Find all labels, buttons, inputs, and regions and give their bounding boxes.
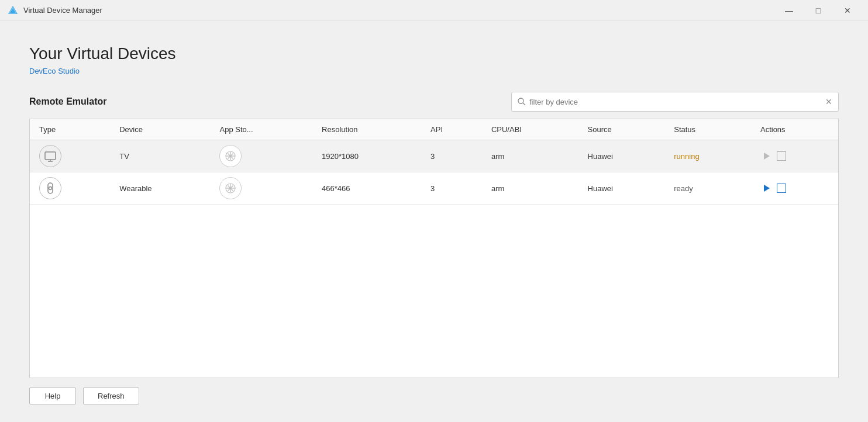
cell-type-icon <box>30 140 110 172</box>
cell-cpu-abi: arm <box>482 172 578 205</box>
titlebar-controls: — □ ✕ <box>776 1 861 20</box>
cell-type-icon <box>30 172 110 205</box>
col-api: API <box>421 119 482 140</box>
col-device: Device <box>110 119 210 140</box>
search-input[interactable] <box>529 98 825 106</box>
help-button[interactable]: Help <box>29 388 76 404</box>
col-status: Status <box>664 119 751 140</box>
appstore-icon <box>219 145 242 167</box>
titlebar-title: Virtual Device Manager <box>23 6 776 15</box>
wearable-type-icon <box>39 177 61 199</box>
table-row: TV 1920*1080 3 arm Huawei running <box>30 140 838 172</box>
svg-line-3 <box>523 103 525 105</box>
action-buttons <box>760 150 829 162</box>
cell-appstore <box>210 140 312 172</box>
action-buttons <box>760 182 829 194</box>
cell-device-name: TV <box>110 140 210 172</box>
play-button[interactable] <box>760 182 772 194</box>
cell-status: ready <box>664 172 751 205</box>
cell-resolution: 1920*1080 <box>312 140 421 172</box>
subtitle-link[interactable]: DevEco Studio <box>29 67 839 75</box>
cell-actions[interactable] <box>751 172 838 205</box>
stop-button[interactable] <box>777 184 786 193</box>
section-title: Remote Emulator <box>29 96 106 107</box>
stop-button[interactable] <box>777 151 786 161</box>
search-icon <box>518 98 526 106</box>
maximize-button[interactable]: □ <box>805 1 832 20</box>
status-badge: running <box>674 152 699 161</box>
search-clear-icon[interactable]: ✕ <box>825 97 832 106</box>
svg-marker-20 <box>764 185 770 192</box>
cell-appstore <box>210 172 312 205</box>
appstore-icon <box>219 177 242 199</box>
refresh-button[interactable]: Refresh <box>83 388 139 404</box>
cell-source: Huawei <box>578 172 665 205</box>
col-type: Type <box>30 119 110 140</box>
cell-source: Huawei <box>578 140 665 172</box>
tv-type-icon <box>39 145 61 167</box>
device-table: Type Device App Sto... Resolution API CP… <box>29 119 839 378</box>
cell-api: 3 <box>421 172 482 205</box>
play-button[interactable] <box>760 150 772 162</box>
app-logo <box>7 5 19 16</box>
titlebar: Virtual Device Manager — □ ✕ <box>0 0 868 21</box>
cell-status: running <box>664 140 751 172</box>
col-source: Source <box>578 119 665 140</box>
col-cpu: CPU/ABI <box>482 119 578 140</box>
close-button[interactable]: ✕ <box>834 1 861 20</box>
cell-actions[interactable] <box>751 140 838 172</box>
svg-point-14 <box>49 187 52 190</box>
svg-rect-4 <box>45 152 56 160</box>
svg-marker-12 <box>764 153 770 160</box>
col-appstore: App Sto... <box>210 119 312 140</box>
cell-cpu-abi: arm <box>482 140 578 172</box>
cell-device-name: Wearable <box>110 172 210 205</box>
footer: Help Refresh <box>29 378 839 404</box>
table-header-row: Type Device App Sto... Resolution API CP… <box>30 119 838 140</box>
col-resolution: Resolution <box>312 119 421 140</box>
minimize-button[interactable]: — <box>776 1 802 20</box>
status-badge: ready <box>674 184 693 193</box>
svg-point-2 <box>518 98 523 103</box>
search-box[interactable]: ✕ <box>511 92 839 112</box>
main-content: Your Virtual Devices DevEco Studio Remot… <box>0 21 868 422</box>
section-header: Remote Emulator ✕ <box>29 92 839 112</box>
cell-resolution: 466*466 <box>312 172 421 205</box>
table-row: Wearable 466*466 3 arm Huawei ready <box>30 172 838 205</box>
col-actions: Actions <box>751 119 838 140</box>
cell-api: 3 <box>421 140 482 172</box>
page-title: Your Virtual Devices <box>29 44 839 63</box>
